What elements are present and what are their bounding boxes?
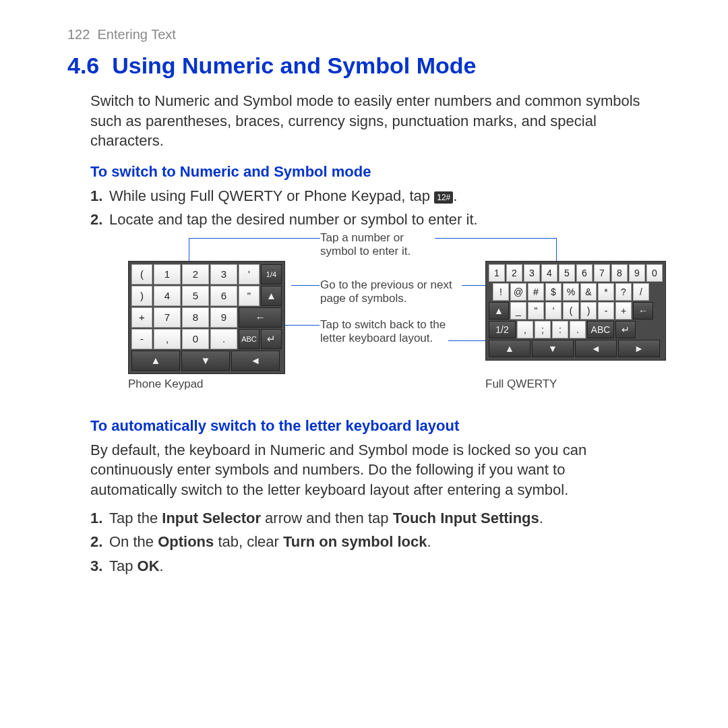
- mode-switch-key-icon: 12#: [434, 191, 453, 204]
- q-key-enter-icon[interactable]: ↵: [615, 321, 636, 338]
- q-key-under[interactable]: _: [510, 302, 526, 320]
- step-number: 1.: [90, 186, 102, 206]
- key-quote[interactable]: ": [239, 286, 260, 306]
- q-key-slash[interactable]: /: [633, 283, 649, 301]
- q-key-excl[interactable]: !: [493, 283, 509, 301]
- key-lparen[interactable]: (: [131, 264, 152, 284]
- q-key-nav-down-icon[interactable]: ▼: [532, 340, 574, 357]
- leader: [435, 238, 556, 239]
- key-enter-icon[interactable]: ↵: [261, 329, 282, 349]
- q-key-colon[interactable]: :: [552, 321, 568, 338]
- q-key-hash[interactable]: #: [528, 283, 544, 301]
- key-3[interactable]: 3: [210, 264, 237, 284]
- q-key-2[interactable]: 2: [506, 264, 522, 282]
- key-period[interactable]: .: [210, 329, 237, 349]
- callout-enter: Tap a number or symbol to enter it.: [320, 231, 435, 259]
- key-minus[interactable]: -: [131, 329, 152, 349]
- key-page-indicator[interactable]: 1/4: [261, 264, 282, 284]
- auto-step-3: 3. Tap OK.: [90, 556, 667, 576]
- q-key-dquote[interactable]: ": [528, 302, 544, 320]
- q-key-4[interactable]: 4: [541, 264, 557, 282]
- q-key-7[interactable]: 7: [594, 264, 610, 282]
- q-key-plus[interactable]: +: [615, 302, 632, 320]
- q-key-6[interactable]: 6: [576, 264, 593, 282]
- step-1: 1. While using Full QWERTY or Phone Keyp…: [90, 186, 667, 206]
- key-apos[interactable]: ': [239, 264, 260, 284]
- step-2-text: Locate and tap the desired number or sym…: [109, 211, 478, 228]
- step-1-text-pre: While using Full QWERTY or Phone Keypad,…: [109, 187, 434, 204]
- q-key-page-up-icon[interactable]: ▲: [489, 302, 509, 320]
- chapter-name: Entering Text: [98, 27, 176, 42]
- q-key-dollar[interactable]: $: [545, 283, 562, 301]
- key-4[interactable]: 4: [154, 286, 181, 306]
- q-key-8[interactable]: 8: [611, 264, 628, 282]
- key-nav-up-icon[interactable]: ▲: [131, 351, 180, 371]
- key-nav-down-icon[interactable]: ▼: [181, 351, 230, 371]
- q-key-page-indicator[interactable]: 1/2: [489, 321, 516, 338]
- step-1-text-post: .: [453, 187, 457, 204]
- q-key-1[interactable]: 1: [489, 264, 505, 282]
- key-8[interactable]: 8: [182, 307, 209, 328]
- intro-paragraph: Switch to Numeric and Symbol mode to eas…: [90, 91, 667, 151]
- key-rparen[interactable]: ): [131, 286, 152, 306]
- q-key-minus[interactable]: -: [598, 302, 614, 320]
- page-number: 122: [67, 27, 90, 42]
- s2a: On the: [109, 533, 158, 550]
- q-key-9[interactable]: 9: [629, 264, 645, 282]
- key-0[interactable]: 0: [182, 329, 209, 349]
- q-key-percent[interactable]: %: [563, 283, 579, 301]
- steps-list-1: 1. While using Full QWERTY or Phone Keyp…: [90, 186, 667, 230]
- leader: [291, 285, 320, 286]
- key-abc[interactable]: ABC: [239, 329, 260, 349]
- key-7[interactable]: 7: [154, 307, 181, 328]
- steps-list-2: 1. Tap the Input Selector arrow and then…: [90, 508, 667, 576]
- q-key-5[interactable]: 5: [559, 264, 575, 282]
- s3c: .: [160, 557, 164, 574]
- callout-abc: Tap to switch back to the letter keyboar…: [320, 318, 448, 346]
- step-number: 2.: [90, 532, 102, 552]
- subhead-switch: To switch to Numeric and Symbol mode: [90, 162, 667, 182]
- q-key-semi[interactable]: ;: [535, 321, 551, 338]
- q-key-period[interactable]: .: [570, 321, 586, 338]
- key-plus[interactable]: +: [131, 307, 152, 328]
- qwerty-keypad: 1 2 3 4 5 6 7 8 9 0 ! @ # $ % & * ? / ▲ …: [485, 261, 666, 361]
- callout-page: Go to the previous or next page of symbo…: [320, 278, 462, 306]
- q-key-nav-left-icon[interactable]: ◄: [575, 340, 617, 357]
- section-title: 4.6 Using Numeric and Symbol Mode: [67, 51, 667, 82]
- s1d: Touch Input Settings: [393, 510, 539, 526]
- key-backspace-icon[interactable]: ←: [239, 307, 282, 328]
- key-nav-left-icon[interactable]: ◄: [231, 351, 280, 371]
- s1a: Tap the: [109, 510, 162, 526]
- q-key-star[interactable]: *: [598, 283, 614, 301]
- auto-paragraph: By default, the keyboard in Numeric and …: [90, 440, 644, 500]
- section-number: 4.6: [67, 53, 99, 78]
- q-key-nav-up-icon[interactable]: ▲: [489, 340, 530, 357]
- step-number: 2.: [90, 210, 102, 230]
- key-6[interactable]: 6: [210, 286, 237, 306]
- qwerty-keypad-caption: Full QWERTY: [485, 377, 557, 392]
- q-key-nav-right-icon[interactable]: ►: [618, 340, 660, 357]
- q-key-at[interactable]: @: [510, 283, 526, 301]
- page-header: 122 Entering Text: [67, 26, 667, 44]
- key-5[interactable]: 5: [182, 286, 209, 306]
- key-page-up[interactable]: ▲: [261, 286, 282, 306]
- key-comma[interactable]: ,: [154, 329, 181, 349]
- q-key-backspace-icon[interactable]: ←: [633, 302, 653, 320]
- q-key-rparen[interactable]: ): [580, 302, 597, 320]
- s1c: arrow and then tap: [261, 510, 393, 526]
- q-key-squote[interactable]: ': [545, 302, 562, 320]
- key-1[interactable]: 1: [154, 264, 181, 284]
- q-key-amp[interactable]: &: [580, 283, 597, 301]
- auto-step-1: 1. Tap the Input Selector arrow and then…: [90, 508, 667, 528]
- s3a: Tap: [109, 557, 138, 574]
- q-key-abc[interactable]: ABC: [587, 321, 614, 338]
- q-key-3[interactable]: 3: [524, 264, 540, 282]
- key-2[interactable]: 2: [182, 264, 209, 284]
- s2c: tab, clear: [214, 533, 283, 550]
- q-key-question[interactable]: ?: [615, 283, 632, 301]
- q-key-0[interactable]: 0: [646, 264, 663, 282]
- q-key-comma[interactable]: ,: [517, 321, 533, 338]
- key-9[interactable]: 9: [210, 307, 237, 328]
- subhead-auto: To automatically switch to the letter ke…: [90, 416, 667, 436]
- q-key-lparen[interactable]: (: [563, 302, 579, 320]
